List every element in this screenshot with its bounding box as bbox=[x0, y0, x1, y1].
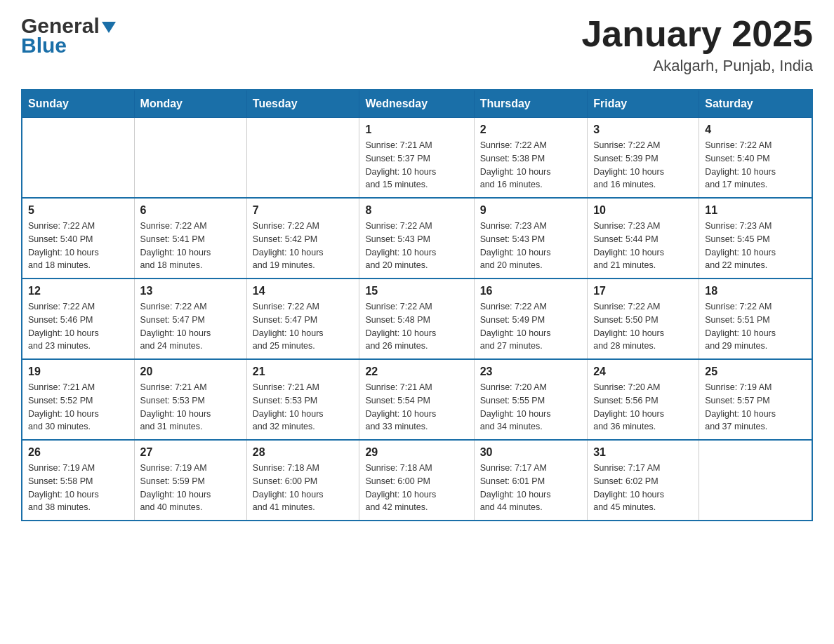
table-row: 10Sunrise: 7:23 AMSunset: 5:44 PMDayligh… bbox=[588, 198, 699, 279]
day-info: Sunrise: 7:22 AMSunset: 5:47 PMDaylight:… bbox=[253, 300, 354, 353]
day-info: Sunrise: 7:22 AMSunset: 5:46 PMDaylight:… bbox=[28, 300, 128, 353]
day-number: 4 bbox=[705, 123, 806, 136]
day-info: Sunrise: 7:23 AMSunset: 5:45 PMDaylight:… bbox=[705, 220, 806, 272]
table-row: 2Sunrise: 7:22 AMSunset: 5:38 PMDaylight… bbox=[474, 118, 588, 199]
day-info: Sunrise: 7:19 AMSunset: 5:58 PMDaylight:… bbox=[28, 462, 128, 514]
calendar-week-row: 26Sunrise: 7:19 AMSunset: 5:58 PMDayligh… bbox=[22, 440, 812, 521]
day-number: 7 bbox=[253, 204, 354, 217]
day-info: Sunrise: 7:22 AMSunset: 5:51 PMDaylight:… bbox=[705, 300, 806, 353]
calendar-week-row: 12Sunrise: 7:22 AMSunset: 5:46 PMDayligh… bbox=[22, 279, 812, 359]
day-number: 1 bbox=[365, 123, 468, 136]
day-info: Sunrise: 7:21 AMSunset: 5:53 PMDaylight:… bbox=[140, 381, 241, 434]
table-row: 16Sunrise: 7:22 AMSunset: 5:49 PMDayligh… bbox=[474, 279, 588, 359]
table-row: 1Sunrise: 7:21 AMSunset: 5:37 PMDaylight… bbox=[359, 118, 474, 199]
col-tuesday: Tuesday bbox=[246, 90, 359, 118]
day-info: Sunrise: 7:22 AMSunset: 5:40 PMDaylight:… bbox=[705, 139, 806, 192]
day-info: Sunrise: 7:22 AMSunset: 5:49 PMDaylight:… bbox=[480, 300, 582, 353]
day-number: 12 bbox=[28, 285, 128, 297]
day-number: 15 bbox=[365, 285, 468, 297]
day-info: Sunrise: 7:23 AMSunset: 5:43 PMDaylight:… bbox=[480, 220, 582, 272]
table-row: 11Sunrise: 7:23 AMSunset: 5:45 PMDayligh… bbox=[699, 198, 812, 279]
day-info: Sunrise: 7:21 AMSunset: 5:37 PMDaylight:… bbox=[365, 139, 468, 192]
day-number: 22 bbox=[365, 365, 468, 378]
day-info: Sunrise: 7:22 AMSunset: 5:43 PMDaylight:… bbox=[365, 220, 468, 272]
table-row: 30Sunrise: 7:17 AMSunset: 6:01 PMDayligh… bbox=[474, 440, 588, 521]
col-friday: Friday bbox=[588, 90, 699, 118]
calendar-week-row: 5Sunrise: 7:22 AMSunset: 5:40 PMDaylight… bbox=[22, 198, 812, 279]
table-row: 3Sunrise: 7:22 AMSunset: 5:39 PMDaylight… bbox=[588, 118, 699, 199]
day-number: 17 bbox=[593, 285, 693, 297]
day-number: 16 bbox=[480, 285, 582, 297]
title-section: January 2025 Akalgarh, Punjab, India bbox=[581, 14, 813, 75]
calendar-week-row: 1Sunrise: 7:21 AMSunset: 5:37 PMDaylight… bbox=[22, 118, 812, 199]
day-number: 31 bbox=[593, 446, 693, 459]
day-info: Sunrise: 7:18 AMSunset: 6:00 PMDaylight:… bbox=[365, 462, 468, 514]
day-info: Sunrise: 7:21 AMSunset: 5:53 PMDaylight:… bbox=[253, 381, 354, 434]
table-row: 29Sunrise: 7:18 AMSunset: 6:00 PMDayligh… bbox=[359, 440, 474, 521]
day-number: 18 bbox=[705, 285, 806, 297]
day-number: 23 bbox=[480, 365, 582, 378]
day-number: 19 bbox=[28, 365, 128, 378]
day-info: Sunrise: 7:22 AMSunset: 5:48 PMDaylight:… bbox=[365, 300, 468, 353]
table-row: 31Sunrise: 7:17 AMSunset: 6:02 PMDayligh… bbox=[588, 440, 699, 521]
col-wednesday: Wednesday bbox=[359, 90, 474, 118]
table-row: 12Sunrise: 7:22 AMSunset: 5:46 PMDayligh… bbox=[22, 279, 134, 359]
day-number: 30 bbox=[480, 446, 582, 459]
page-header: General Blue January 2025 Akalgarh, Punj… bbox=[21, 14, 813, 75]
day-info: Sunrise: 7:22 AMSunset: 5:39 PMDaylight:… bbox=[593, 139, 693, 192]
day-number: 25 bbox=[705, 365, 806, 378]
day-number: 9 bbox=[480, 204, 582, 217]
day-info: Sunrise: 7:22 AMSunset: 5:40 PMDaylight:… bbox=[28, 220, 128, 272]
day-number: 8 bbox=[365, 204, 468, 217]
table-row: 15Sunrise: 7:22 AMSunset: 5:48 PMDayligh… bbox=[359, 279, 474, 359]
day-info: Sunrise: 7:17 AMSunset: 6:02 PMDaylight:… bbox=[593, 462, 693, 514]
logo-blue: Blue bbox=[21, 34, 67, 58]
table-row: 13Sunrise: 7:22 AMSunset: 5:47 PMDayligh… bbox=[134, 279, 246, 359]
table-row bbox=[699, 440, 812, 521]
table-row: 28Sunrise: 7:18 AMSunset: 6:00 PMDayligh… bbox=[246, 440, 359, 521]
day-info: Sunrise: 7:21 AMSunset: 5:52 PMDaylight:… bbox=[28, 381, 128, 434]
day-info: Sunrise: 7:22 AMSunset: 5:38 PMDaylight:… bbox=[480, 139, 582, 192]
col-thursday: Thursday bbox=[474, 90, 588, 118]
day-number: 27 bbox=[140, 446, 241, 459]
day-number: 26 bbox=[28, 446, 128, 459]
day-info: Sunrise: 7:22 AMSunset: 5:41 PMDaylight:… bbox=[140, 220, 241, 272]
day-number: 29 bbox=[365, 446, 468, 459]
day-number: 13 bbox=[140, 285, 241, 297]
calendar-header-row: Sunday Monday Tuesday Wednesday Thursday… bbox=[22, 90, 812, 118]
day-number: 24 bbox=[593, 365, 693, 378]
table-row: 5Sunrise: 7:22 AMSunset: 5:40 PMDaylight… bbox=[22, 198, 134, 279]
table-row: 9Sunrise: 7:23 AMSunset: 5:43 PMDaylight… bbox=[474, 198, 588, 279]
table-row: 21Sunrise: 7:21 AMSunset: 5:53 PMDayligh… bbox=[246, 359, 359, 440]
logo-triangle-icon bbox=[102, 22, 116, 33]
month-title: January 2025 bbox=[581, 14, 813, 54]
col-saturday: Saturday bbox=[699, 90, 812, 118]
table-row: 25Sunrise: 7:19 AMSunset: 5:57 PMDayligh… bbox=[699, 359, 812, 440]
day-number: 28 bbox=[253, 446, 354, 459]
day-number: 14 bbox=[253, 285, 354, 297]
day-info: Sunrise: 7:17 AMSunset: 6:01 PMDaylight:… bbox=[480, 462, 582, 514]
table-row: 14Sunrise: 7:22 AMSunset: 5:47 PMDayligh… bbox=[246, 279, 359, 359]
day-number: 11 bbox=[705, 204, 806, 217]
table-row: 19Sunrise: 7:21 AMSunset: 5:52 PMDayligh… bbox=[22, 359, 134, 440]
table-row: 24Sunrise: 7:20 AMSunset: 5:56 PMDayligh… bbox=[588, 359, 699, 440]
day-info: Sunrise: 7:21 AMSunset: 5:54 PMDaylight:… bbox=[365, 381, 468, 434]
day-info: Sunrise: 7:22 AMSunset: 5:42 PMDaylight:… bbox=[253, 220, 354, 272]
col-sunday: Sunday bbox=[22, 90, 134, 118]
day-info: Sunrise: 7:22 AMSunset: 5:50 PMDaylight:… bbox=[593, 300, 693, 353]
table-row: 8Sunrise: 7:22 AMSunset: 5:43 PMDaylight… bbox=[359, 198, 474, 279]
table-row: 22Sunrise: 7:21 AMSunset: 5:54 PMDayligh… bbox=[359, 359, 474, 440]
col-monday: Monday bbox=[134, 90, 246, 118]
table-row: 7Sunrise: 7:22 AMSunset: 5:42 PMDaylight… bbox=[246, 198, 359, 279]
table-row bbox=[246, 118, 359, 199]
day-number: 10 bbox=[593, 204, 693, 217]
day-number: 2 bbox=[480, 123, 582, 136]
table-row: 18Sunrise: 7:22 AMSunset: 5:51 PMDayligh… bbox=[699, 279, 812, 359]
day-info: Sunrise: 7:20 AMSunset: 5:56 PMDaylight:… bbox=[593, 381, 693, 434]
day-number: 21 bbox=[253, 365, 354, 378]
table-row: 23Sunrise: 7:20 AMSunset: 5:55 PMDayligh… bbox=[474, 359, 588, 440]
day-info: Sunrise: 7:20 AMSunset: 5:55 PMDaylight:… bbox=[480, 381, 582, 434]
table-row: 17Sunrise: 7:22 AMSunset: 5:50 PMDayligh… bbox=[588, 279, 699, 359]
table-row: 27Sunrise: 7:19 AMSunset: 5:59 PMDayligh… bbox=[134, 440, 246, 521]
day-number: 3 bbox=[593, 123, 693, 136]
